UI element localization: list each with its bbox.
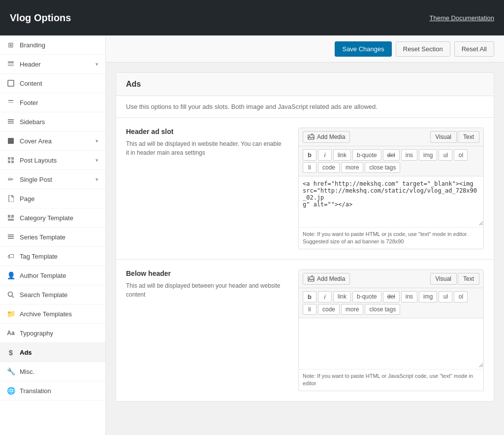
add-media-icon (308, 275, 315, 282)
sidebar-item-tag-template[interactable]: 🏷 Tag Template (0, 247, 105, 266)
sidebar-item-single-post[interactable]: ✏ Single Post ▾ (0, 170, 105, 189)
below-header-ad-visual-tab[interactable]: Visual (430, 273, 457, 285)
code-button[interactable]: code (318, 304, 340, 315)
code-button[interactable]: code (318, 162, 340, 173)
below-header-ad-section: Below header This ad will be displayed b… (116, 260, 494, 401)
li-button[interactable]: li (303, 162, 316, 173)
link-button[interactable]: link (333, 149, 351, 161)
sidebar-item-label: Content (20, 80, 42, 87)
reset-all-button[interactable]: Reset All (454, 41, 494, 57)
sidebar-item-ads[interactable]: $ Ads (0, 343, 105, 362)
bquote-button[interactable]: b-quote (352, 291, 381, 302)
below-header-ad-add-media-button[interactable]: Add Media (303, 273, 350, 285)
translation-icon: 🌐 (7, 387, 15, 395)
bold-button[interactable]: b (303, 149, 316, 161)
close-tags-button[interactable]: close tags (365, 162, 400, 173)
sidebar-item-series-template[interactable]: Series Template (0, 228, 105, 247)
sidebar-item-label: Post Layouts (20, 157, 57, 164)
sidebar-item-label: Category Template (20, 214, 73, 222)
svg-line-19 (12, 296, 14, 298)
del-button[interactable]: del (383, 149, 400, 161)
ins-button[interactable]: ins (401, 291, 417, 302)
ol-button[interactable]: ol (454, 291, 468, 302)
italic-button[interactable]: i (318, 149, 332, 161)
header-ad-visual-tab[interactable]: Visual (430, 131, 457, 143)
link-button[interactable]: link (333, 291, 351, 302)
save-changes-button[interactable]: Save Changes (335, 41, 391, 57)
bquote-button[interactable]: b-quote (352, 149, 381, 161)
header-ad-toolbar: b i link b-quote del ins img ul ol li co (299, 146, 483, 176)
header-ad-textarea[interactable]: <a href="http://mekshq.com" target="_bla… (299, 176, 483, 226)
ul-button[interactable]: ul (439, 291, 452, 302)
header-icon (7, 60, 15, 68)
single-post-icon: ✏ (7, 175, 15, 183)
search-template-icon (7, 291, 15, 299)
svg-rect-15 (8, 234, 14, 235)
li-button[interactable]: li (303, 304, 316, 315)
sidebar-item-label: Ads (20, 349, 32, 356)
sidebar-item-footer[interactable]: Footer (0, 93, 105, 112)
ol-button[interactable]: ol (454, 149, 468, 161)
below-header-ad-description: This ad will be displayed between your h… (126, 281, 284, 299)
chevron-down-icon: ▾ (95, 176, 98, 183)
reset-section-button[interactable]: Reset Section (396, 41, 450, 57)
ins-button[interactable]: ins (401, 149, 417, 161)
ul-button[interactable]: ul (439, 149, 452, 161)
sidebar-item-archive-templates[interactable]: 📁 Archive Templates (0, 304, 105, 324)
svg-rect-10 (8, 161, 10, 163)
sidebar-item-label: Footer (20, 99, 38, 106)
svg-rect-17 (8, 238, 14, 239)
more-button[interactable]: more (341, 304, 363, 315)
below-header-ad-text-tab[interactable]: Text (458, 273, 479, 285)
svg-rect-0 (8, 62, 14, 63)
more-button[interactable]: more (341, 162, 363, 173)
misc-icon: 🔧 (7, 368, 15, 375)
sidebar-item-typography[interactable]: Aa Typography (0, 324, 105, 343)
sidebar-item-header[interactable]: Header ▾ (0, 55, 105, 74)
svg-rect-9 (11, 157, 14, 160)
sidebar-item-author-template[interactable]: 👤 Author Template (0, 266, 105, 285)
chevron-down-icon: ▾ (95, 61, 98, 67)
sidebar-item-page[interactable]: Page (0, 189, 105, 208)
img-button[interactable]: img (419, 291, 437, 302)
below-header-ad-editor-container: Add Media Visual Text b i link (298, 269, 484, 391)
app-title: Vlog Options (10, 12, 71, 24)
del-button[interactable]: del (383, 291, 400, 302)
sidebar-item-sidebars[interactable]: Sidebars (0, 112, 105, 132)
sidebar-item-post-layouts[interactable]: Post Layouts ▾ (0, 151, 105, 170)
svg-rect-1 (8, 64, 14, 65)
theme-documentation-link[interactable]: Theme Documentation (429, 14, 494, 22)
close-tags-button[interactable]: close tags (365, 304, 400, 315)
ads-icon: $ (7, 348, 15, 356)
header-ad-description: This ad will be displayed in website hea… (126, 139, 284, 157)
sidebar-item-branding[interactable]: ⊞ Branding (0, 35, 105, 55)
svg-rect-3 (8, 80, 14, 86)
svg-rect-12 (8, 215, 10, 218)
below-header-ad-title: Below header (126, 269, 284, 277)
bold-button[interactable]: b (303, 291, 316, 302)
sidebar-item-misc[interactable]: 🔧 Misc. (0, 362, 105, 381)
footer-icon (7, 99, 15, 106)
img-button[interactable]: img (419, 149, 437, 161)
sidebar-item-translation[interactable]: 🌐 Translation (0, 381, 105, 401)
sidebar-item-cover-area[interactable]: Cover Area ▾ (0, 132, 105, 151)
sidebar-item-label: Typography (20, 330, 53, 337)
below-header-ad-toolbar: b i link b-quote del ins img ul ol li co (299, 288, 483, 318)
header-ad-editor: Add Media Visual Text b i link (298, 128, 484, 249)
category-template-icon (7, 214, 15, 222)
svg-rect-6 (8, 123, 14, 124)
header-ad-text-tab[interactable]: Text (458, 131, 479, 143)
header-ad-title: Header ad slot (126, 128, 284, 135)
sidebar-item-content[interactable]: Content (0, 74, 105, 93)
sidebar-item-search-template[interactable]: Search Template (0, 285, 105, 304)
sidebar-item-label: Cover Area (20, 137, 52, 145)
archive-templates-icon: 📁 (7, 310, 15, 318)
below-header-ad-textarea[interactable] (299, 318, 483, 368)
series-template-icon (7, 233, 15, 241)
sidebar-item-label: Translation (20, 387, 51, 395)
sidebar-item-category-template[interactable]: Category Template (0, 208, 105, 228)
sidebar-item-label: Branding (20, 41, 45, 49)
sidebar-item-label: Author Template (20, 272, 66, 279)
header-ad-add-media-button[interactable]: Add Media (303, 131, 350, 143)
italic-button[interactable]: i (318, 291, 332, 302)
